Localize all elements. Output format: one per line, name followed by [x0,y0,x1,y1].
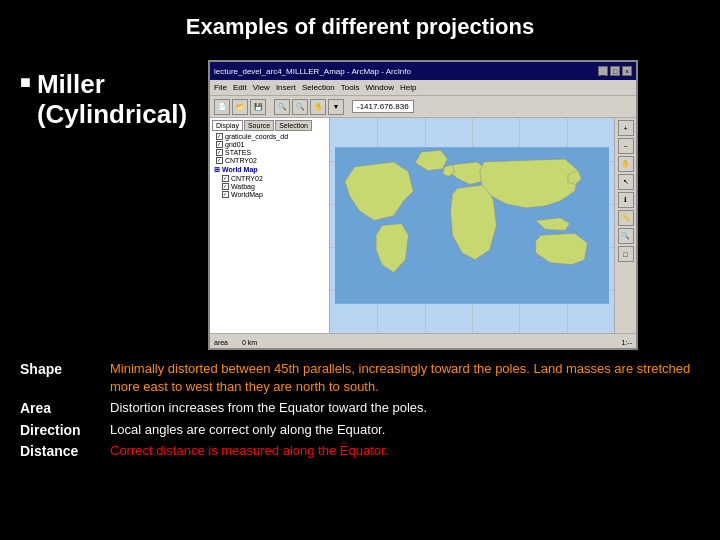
status-text: area [214,339,228,346]
arcmap-toc: Display Source Selection graticule_coord… [210,118,330,333]
left-section: ■ Miller (Cylindrical) [20,70,190,136]
arcmap-statusbar: area 0 km 1:-- [210,333,636,350]
maptool-select[interactable]: ↖ [618,174,634,190]
arcmap-window-buttons: _ □ × [598,66,632,76]
shape-label: Shape [20,360,100,377]
toc-layer-states: STATES [212,149,327,156]
maptool-zoom-in[interactable]: + [618,120,634,136]
arcmap-title-text: lecture_devel_arc4_MILLLER_Amap - ArcMap… [214,67,598,76]
world-map-svg [335,123,609,328]
toc-group-worldmap: ⊞ World Map [214,166,327,174]
maptool-overview[interactable]: □ [618,246,634,262]
arcmap-body: Display Source Selection graticule_coord… [210,118,636,333]
toc-checkbox-states[interactable] [216,149,223,156]
distance-row: Distance Correct distance is measured al… [20,442,700,460]
arcmap-maptoolbar: + − ✋ ↖ ℹ 📏 🔍 □ [614,118,636,333]
menu-file[interactable]: File [214,83,227,92]
bullet-icon: ■ [20,72,31,93]
status-scale: 1:-- [622,339,633,346]
area-row: Area Distortion increases from the Equat… [20,399,700,417]
direction-row: Direction Local angles are correct only … [20,421,700,439]
toc-tabs: Display Source Selection [212,120,327,131]
toolbar-save[interactable]: 💾 [250,99,266,115]
arcmap-menubar: File Edit View Insert Selection Tools Wi… [210,80,636,96]
toc-checkbox-graticule[interactable] [216,133,223,140]
arcmap-mapview[interactable] [330,118,614,333]
toc-layer-graticule: graticule_coords_dd [212,133,327,140]
toc-tab-source[interactable]: Source [244,120,274,131]
toolbar-pan[interactable]: ✋ [310,99,326,115]
toc-tab-selection[interactable]: Selection [275,120,312,131]
direction-label: Direction [20,421,100,438]
menu-view[interactable]: View [253,83,270,92]
toc-layer-grid: grid01 [212,141,327,148]
toolbar-zoom-out[interactable]: 🔍 [292,99,308,115]
toc-checkbox-grid[interactable] [216,141,223,148]
shape-value: Minimally distorted between 45th paralle… [110,360,700,396]
projection-name-line2: (Cylindrical) [37,100,187,130]
area-label: Area [20,399,100,416]
menu-tools[interactable]: Tools [341,83,360,92]
menu-help[interactable]: Help [400,83,416,92]
direction-value: Local angles are correct only along the … [110,421,700,439]
toc-layer-cntry1: CNTRY02 [212,157,327,164]
maptool-magnify[interactable]: 🔍 [618,228,634,244]
menu-window[interactable]: Window [366,83,394,92]
toolbar-open[interactable]: 📂 [232,99,248,115]
toc-checkbox-cntry2[interactable] [222,175,229,182]
menu-selection[interactable]: Selection [302,83,335,92]
maptool-zoom-out[interactable]: − [618,138,634,154]
arcmap-titlebar: lecture_devel_arc4_MILLLER_Amap - ArcMap… [210,62,636,80]
toolbar-select[interactable]: ▼ [328,99,344,115]
area-value: Distortion increases from the Equator to… [110,399,700,417]
minimize-button[interactable]: _ [598,66,608,76]
arcmap-screenshot: lecture_devel_arc4_MILLLER_Amap - ArcMap… [208,60,638,350]
distance-label: Distance [20,442,100,459]
maptool-pan[interactable]: ✋ [618,156,634,172]
maximize-button[interactable]: □ [610,66,620,76]
status-coords: 0 km [242,339,257,346]
toc-checkbox-cntry1[interactable] [216,157,223,164]
distance-value: Correct distance is measured along the E… [110,442,700,460]
toc-checkbox-watbag[interactable] [222,183,229,190]
arcmap-toolbar: 📄 📂 💾 🔍 🔍 ✋ ▼ -1417.676.836 [210,96,636,118]
coordinates-display: -1417.676.836 [352,100,414,113]
properties-section: Shape Minimally distorted between 45th p… [0,350,720,460]
toc-checkbox-worldmap2[interactable] [222,191,229,198]
maptool-identify[interactable]: ℹ [618,192,634,208]
toc-tab-display[interactable]: Display [212,120,243,131]
toc-layer-worldmap2: WorldMap [212,191,327,198]
maptool-measure[interactable]: 📏 [618,210,634,226]
projection-label: ■ Miller (Cylindrical) [20,70,187,130]
toc-layer-watbag: Watbag [212,183,327,190]
shape-row: Shape Minimally distorted between 45th p… [20,360,700,396]
menu-edit[interactable]: Edit [233,83,247,92]
projection-name-line1: Miller [37,70,187,100]
close-button[interactable]: × [622,66,632,76]
toc-layer-cntry2: CNTRY02 [212,175,327,182]
page-title: Examples of different projections [0,0,720,50]
menu-insert[interactable]: Insert [276,83,296,92]
toolbar-new[interactable]: 📄 [214,99,230,115]
main-content: ■ Miller (Cylindrical) lecture_devel_arc… [0,50,720,350]
toolbar-zoom-in[interactable]: 🔍 [274,99,290,115]
